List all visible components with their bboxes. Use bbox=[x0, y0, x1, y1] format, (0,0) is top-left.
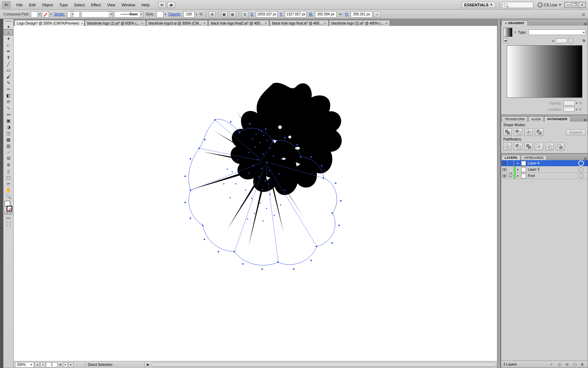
lock-toggle[interactable] bbox=[507, 166, 514, 172]
disclosure-icon[interactable]: ▸ bbox=[516, 168, 520, 171]
h-label[interactable]: H: bbox=[344, 12, 349, 16]
make-clipping-mask-button[interactable]: ◫ bbox=[556, 362, 562, 367]
reverse-gradient-button[interactable]: ⇄ bbox=[503, 38, 508, 43]
menu-object[interactable]: Object bbox=[39, 1, 56, 8]
stroke-label[interactable]: Stroke: bbox=[53, 12, 66, 16]
tool-scale[interactable]: ⤡ bbox=[4, 105, 13, 111]
tool-hand[interactable]: ✋ bbox=[4, 187, 13, 193]
w-input[interactable] bbox=[315, 11, 337, 18]
align-tab[interactable]: ALIGN bbox=[528, 116, 544, 122]
tool-blend[interactable]: ⧉ bbox=[4, 155, 13, 162]
x-label[interactable]: X: bbox=[250, 12, 254, 16]
tool-free-transform[interactable]: ▣ bbox=[4, 117, 13, 124]
panel-menu-icon[interactable]: ▤ bbox=[583, 118, 588, 122]
expand-button[interactable]: Expand bbox=[566, 129, 586, 135]
status-menu-button[interactable]: ▶ bbox=[145, 362, 151, 368]
tool-lasso[interactable]: ⟀ bbox=[4, 42, 13, 48]
tool-width[interactable]: ⇔ bbox=[4, 111, 13, 117]
layer-thumbnail[interactable] bbox=[521, 167, 526, 172]
zoom-level[interactable]: 200%▼ bbox=[15, 362, 34, 368]
intersect-button[interactable] bbox=[524, 128, 533, 136]
gradient-location-input[interactable] bbox=[564, 107, 575, 112]
merge-button[interactable] bbox=[524, 143, 533, 150]
tool-selection[interactable]: ▴ bbox=[4, 23, 13, 29]
layer-row[interactable]: ▸ Font bbox=[501, 173, 588, 179]
y-label[interactable]: Y: bbox=[279, 12, 284, 16]
visibility-toggle[interactable] bbox=[501, 166, 507, 172]
create-sublayer-button[interactable]: ⊞ bbox=[564, 362, 570, 367]
recolor-artwork-button[interactable]: ◔ bbox=[209, 11, 216, 18]
control-menu-icon[interactable]: ▤ bbox=[582, 13, 585, 16]
style-swatch[interactable] bbox=[156, 11, 163, 18]
tool-gradient[interactable]: ▥ bbox=[4, 143, 13, 149]
disclosure-icon[interactable]: ▸ bbox=[516, 174, 520, 177]
next-artboard-button[interactable]: ▸ bbox=[63, 362, 68, 367]
close-tab-icon[interactable]: × bbox=[141, 21, 143, 25]
frame-minimize[interactable]: ▭ bbox=[565, 2, 571, 7]
tool-eyedropper[interactable]: 💉 bbox=[4, 149, 13, 155]
close-tab-icon[interactable]: × bbox=[203, 21, 205, 25]
brush-definition[interactable]: Basic▾ bbox=[114, 11, 144, 18]
artboards-tab[interactable]: ARTBOARDS bbox=[521, 155, 547, 160]
menu-select[interactable]: Select bbox=[71, 1, 88, 8]
layer-thumbnail[interactable] bbox=[521, 161, 526, 166]
tool-magic-wand[interactable]: ✦ bbox=[4, 35, 13, 42]
transform-panel-button[interactable]: ▧ bbox=[229, 11, 236, 18]
gradient-tab[interactable]: ◇ GRADIENT bbox=[502, 20, 528, 26]
isolate-button[interactable]: ⊡ bbox=[241, 11, 248, 18]
tool-type[interactable]: T bbox=[4, 54, 13, 61]
tool-mesh[interactable]: ▦ bbox=[4, 136, 13, 143]
close-tab-icon[interactable]: × bbox=[81, 21, 83, 25]
tool-direct-selection[interactable]: ▵ bbox=[4, 29, 13, 35]
tool-change-screen[interactable]: ⛶ bbox=[4, 221, 13, 227]
target-icon[interactable] bbox=[579, 161, 583, 166]
trim-button[interactable] bbox=[514, 143, 522, 150]
tool-blob-brush[interactable]: ✑ bbox=[4, 86, 13, 92]
outline-button[interactable] bbox=[545, 143, 554, 150]
tool-symbol-sprayer[interactable]: ✲ bbox=[4, 162, 13, 168]
frame-restore[interactable]: ❐ bbox=[572, 2, 578, 7]
document-tab[interactable]: black hole logo final.ai* @ 400...× bbox=[270, 20, 328, 26]
last-artboard-button[interactable]: ▸| bbox=[69, 362, 74, 367]
y-input[interactable] bbox=[285, 11, 307, 18]
transform-tab[interactable]: TRANSFORM bbox=[502, 116, 528, 122]
layer-row[interactable]: ▸ Layer 4 bbox=[501, 160, 588, 166]
h-input[interactable] bbox=[351, 11, 372, 18]
target-icon[interactable] bbox=[579, 173, 583, 178]
unite-button[interactable] bbox=[503, 128, 512, 136]
minus-back-button[interactable] bbox=[556, 143, 564, 150]
panel-menu-icon[interactable]: ▤ bbox=[583, 22, 588, 26]
opacity-input[interactable] bbox=[183, 11, 195, 18]
tool-paintbrush[interactable]: 🖌 bbox=[4, 73, 13, 80]
tool-eraser[interactable]: ◧ bbox=[4, 92, 13, 98]
prev-artboard-button[interactable]: ◂ bbox=[40, 362, 45, 367]
document-tab[interactable]: blackhole logo (1).ai* @ 600% (...× bbox=[85, 20, 146, 26]
aspect-ratio-button[interactable]: ⬚ bbox=[568, 38, 573, 43]
tool-pen[interactable]: ✒ bbox=[4, 48, 13, 54]
layer-thumbnail[interactable] bbox=[521, 173, 526, 178]
arrange-documents-button[interactable]: ▦▾ bbox=[167, 2, 175, 8]
tool-line[interactable]: ╱ bbox=[4, 61, 13, 67]
disclosure-icon[interactable]: ▸ bbox=[516, 162, 520, 165]
menu-window[interactable]: Window bbox=[119, 1, 139, 8]
opacity-label[interactable]: Opacity: bbox=[168, 12, 182, 16]
tool-shape-builder[interactable]: ◑ bbox=[4, 124, 13, 130]
draw-modes[interactable] bbox=[4, 212, 13, 214]
create-layer-button[interactable]: ▢ bbox=[572, 362, 578, 367]
cs-live-button[interactable]: CS Live▼ bbox=[538, 2, 561, 7]
frame-close[interactable]: ✕ bbox=[579, 2, 585, 7]
tool-rectangle[interactable]: ▭ bbox=[4, 67, 13, 73]
tool-pencil[interactable]: ✎ bbox=[4, 80, 13, 86]
fill-stroke-control[interactable] bbox=[4, 201, 13, 211]
document-tab[interactable]: Logo Design* @ 200% (CMYK/Preview)× bbox=[14, 20, 84, 26]
menu-type[interactable]: Type bbox=[56, 1, 71, 8]
locate-object-button[interactable]: ⌖ bbox=[548, 362, 555, 367]
workspace-switcher[interactable]: ESSENTIALS▼ bbox=[461, 2, 496, 8]
panel-menu-icon[interactable]: ▤ bbox=[583, 157, 588, 160]
visibility-toggle[interactable] bbox=[501, 160, 507, 166]
tool-column-graph[interactable]: ▯ bbox=[4, 168, 13, 174]
stroke-swatch[interactable] bbox=[42, 11, 49, 18]
gradient-angle-input[interactable] bbox=[556, 38, 567, 43]
menu-effect[interactable]: Effect bbox=[88, 1, 104, 8]
pathfinder-tab[interactable]: PATHFINDER bbox=[544, 116, 570, 122]
